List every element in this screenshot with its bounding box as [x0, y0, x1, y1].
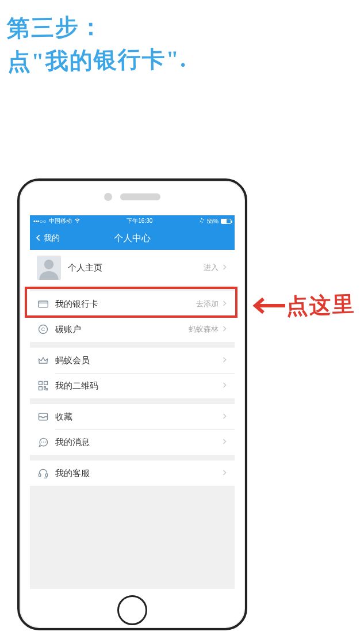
phone-speaker: [120, 193, 160, 200]
row-detail: 蚂蚁森林: [189, 324, 219, 334]
svg-rect-7: [39, 387, 43, 390]
row-bankcard[interactable]: 我的银行卡 去添加: [30, 291, 235, 317]
card-icon: [37, 298, 49, 310]
svg-rect-12: [39, 474, 41, 477]
row-label: 我的二维码: [55, 381, 221, 391]
avatar-icon: [37, 256, 61, 280]
status-time: 下午16:30: [127, 217, 152, 225]
status-bar: •••○○ 中国移动 下午16:30 55%: [30, 215, 235, 227]
row-label: 碳账户: [55, 324, 189, 335]
sync-icon: [199, 218, 205, 225]
page-title: 个人中心: [114, 233, 151, 245]
row-label: 蚂蚁会员: [55, 355, 221, 366]
tutorial-step-annotation: 第三步： 点"我的银行卡".: [6, 9, 187, 78]
svg-rect-13: [45, 474, 47, 477]
row-favorite[interactable]: 收藏: [30, 404, 235, 429]
chevron-right-icon: [221, 263, 228, 272]
phone-camera-dot: [104, 193, 112, 201]
phone-home-button: [117, 595, 147, 625]
arrow-left-icon: [252, 294, 286, 317]
row-service[interactable]: 我的客服: [30, 461, 235, 486]
signal-dots: •••○○: [33, 218, 47, 225]
svg-rect-1: [39, 301, 48, 307]
svg-point-11: [45, 442, 46, 443]
chevron-left-icon: [35, 234, 43, 243]
chevron-right-icon: [221, 437, 228, 447]
chevron-right-icon: [221, 412, 228, 421]
phone-notch: [20, 181, 245, 212]
row-label: 我的消息: [55, 437, 221, 448]
svg-point-9: [41, 442, 43, 443]
row-label: 个人主页: [68, 262, 204, 273]
headset-icon: [37, 467, 49, 480]
row-message[interactable]: 我的消息: [30, 429, 235, 455]
carrier-label: 中国移动: [49, 217, 72, 225]
row-label: 我的客服: [55, 468, 221, 479]
svg-point-10: [43, 442, 44, 443]
wifi-icon: [74, 218, 81, 225]
phone-frame: •••○○ 中国移动 下午16:30 55% 我的: [17, 178, 247, 630]
row-detail: 进入: [204, 262, 219, 273]
tutorial-step-line1: 第三步：: [6, 9, 186, 45]
chevron-right-icon: [221, 356, 228, 365]
row-label: 我的银行卡: [55, 299, 196, 310]
chevron-right-icon: [221, 469, 228, 478]
qrcode-icon: [37, 379, 49, 392]
crown-icon: [37, 354, 49, 367]
row-profile[interactable]: 个人主页 进入: [30, 250, 235, 286]
svg-rect-6: [44, 382, 48, 385]
pointer-label: 点这里: [286, 290, 356, 321]
chevron-right-icon: [221, 299, 228, 309]
nav-bar: 我的 个人中心: [30, 227, 235, 250]
pointer-annotation: 点这里: [252, 291, 355, 320]
chevron-right-icon: [221, 325, 228, 334]
back-button[interactable]: 我的: [35, 233, 60, 243]
chevron-right-icon: [221, 381, 228, 390]
settings-list: 个人主页 进入 我的银行卡 去添加 C: [30, 250, 235, 486]
row-carbon[interactable]: C 碳账户 蚂蚁森林: [30, 317, 235, 342]
phone-screen: •••○○ 中国移动 下午16:30 55% 我的: [30, 215, 235, 589]
carbon-icon: C: [37, 323, 49, 336]
tutorial-step-line2: 点"我的银行卡".: [7, 42, 187, 78]
back-label: 我的: [44, 233, 60, 243]
row-member[interactable]: 蚂蚁会员: [30, 348, 235, 373]
svg-point-0: [44, 260, 54, 269]
inbox-icon: [37, 410, 49, 423]
battery-text: 55%: [207, 218, 219, 225]
chat-icon: [37, 436, 49, 448]
battery-icon: [221, 219, 231, 224]
row-qrcode[interactable]: 我的二维码: [30, 373, 235, 398]
svg-rect-5: [39, 382, 43, 385]
row-detail: 去添加: [196, 299, 219, 309]
svg-text:C: C: [41, 326, 45, 332]
row-label: 收藏: [55, 412, 221, 423]
